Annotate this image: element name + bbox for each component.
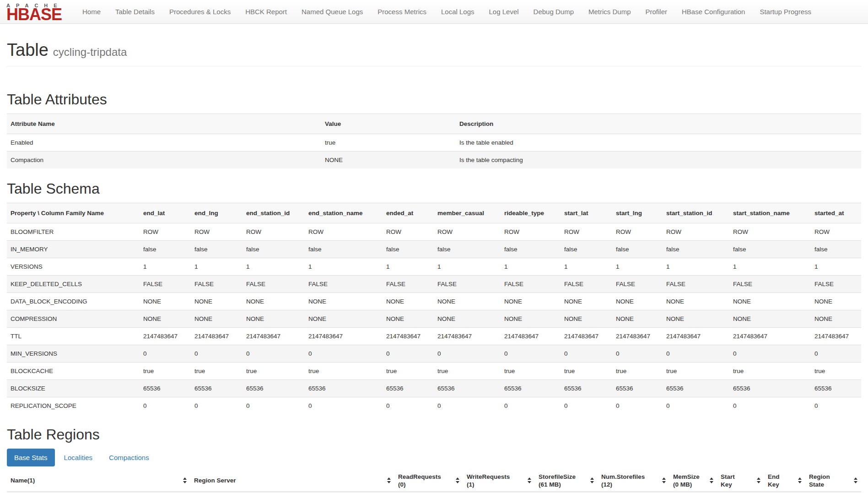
- sort-arrows-icon: [757, 477, 760, 483]
- schema-value-cell: NONE: [434, 293, 501, 310]
- schema-value-cell: NONE: [434, 310, 501, 327]
- nav-item: Startup Progress: [752, 8, 819, 16]
- schema-value-cell: false: [729, 240, 811, 258]
- schema-value-cell: FALSE: [729, 275, 811, 293]
- sort-up-icon: [387, 477, 391, 480]
- sort-arrows-icon: [710, 477, 713, 483]
- nav-item: Process Metrics: [370, 8, 434, 16]
- sort-arrows-icon: [183, 477, 187, 483]
- schema-value-cell: FALSE: [612, 275, 663, 293]
- schema-row-ttl: TTL2147483647214748364721474836472147483…: [7, 327, 861, 345]
- schema-value-cell: FALSE: [811, 275, 861, 293]
- main-nav: HomeTable DetailsProcedures & LocksHBCK …: [75, 8, 819, 16]
- regions-col-start-key[interactable]: Start Key: [717, 470, 764, 492]
- schema-value-cell: 0: [811, 345, 861, 362]
- sort-up-icon: [456, 477, 459, 480]
- regions-col-end-key[interactable]: End Key: [764, 470, 805, 492]
- tab-compactions[interactable]: Compactions: [102, 449, 156, 466]
- schema-value-cell: FALSE: [434, 275, 501, 293]
- schema-row-replication-scope: REPLICATION_SCOPE000000000000: [7, 397, 861, 414]
- nav-link-hbck-report[interactable]: HBCK Report: [238, 8, 294, 16]
- regions-col-writerequests-1[interactable]: WriteRequests (1): [463, 470, 535, 492]
- schema-col-start-station-name: start_station_name: [729, 203, 811, 223]
- sort-down-icon: [590, 481, 594, 483]
- schema-value-cell: 0: [305, 397, 383, 414]
- schema-value-cell: 0: [561, 345, 612, 362]
- schema-value-cell: 0: [140, 345, 191, 362]
- regions-col-readrequests-0[interactable]: ReadRequests (0): [394, 470, 463, 492]
- schema-value-cell: 2147483647: [729, 327, 811, 345]
- sort-up-icon: [528, 477, 531, 480]
- schema-value-cell: 1: [501, 258, 561, 275]
- nav-link-log-level[interactable]: Log Level: [482, 8, 526, 16]
- schema-value-cell: 0: [191, 397, 243, 414]
- page-header: Tablecycling-tripdata: [7, 41, 861, 66]
- nav-link-procedures-locks[interactable]: Procedures & Locks: [162, 8, 238, 16]
- tab-localities[interactable]: Localities: [57, 449, 100, 466]
- schema-value-cell: NONE: [140, 310, 191, 327]
- schema-value-cell: 2147483647: [305, 327, 383, 345]
- nav-link-metrics-dump[interactable]: Metrics Dump: [581, 8, 638, 16]
- schema-value-cell: 65536: [191, 379, 243, 397]
- nav-link-named-queue-logs[interactable]: Named Queue Logs: [294, 8, 370, 16]
- schema-property-cell: MIN_VERSIONS: [7, 345, 140, 362]
- sort-up-icon: [662, 477, 666, 480]
- schema-value-cell: 1: [383, 258, 434, 275]
- regions-col-label: Start Key: [721, 473, 735, 488]
- nav-item: HBCK Report: [238, 8, 294, 16]
- schema-value-cell: NONE: [811, 293, 861, 310]
- schema-row-compression: COMPRESSIONNONENONENONENONENONENONENONEN…: [7, 310, 861, 327]
- schema-value-cell: false: [612, 240, 663, 258]
- schema-row-in-memory: IN_MEMORYfalsefalsefalsefalsefalsefalsef…: [7, 240, 861, 258]
- nav-link-process-metrics[interactable]: Process Metrics: [370, 8, 434, 16]
- schema-value-cell: ROW: [243, 223, 305, 240]
- regions-col-label: StorefileSize (61 MB): [539, 473, 576, 488]
- schema-col-rideable-type: rideable_type: [501, 203, 561, 223]
- regions-col-storefilesize-61-mb[interactable]: StorefileSize (61 MB): [535, 470, 598, 492]
- schema-row-data-block-encoding: DATA_BLOCK_ENCODINGNONENONENONENONENONEN…: [7, 293, 861, 310]
- schema-value-cell: ROW: [305, 223, 383, 240]
- tab-base-stats[interactable]: Base Stats: [7, 449, 55, 466]
- regions-col-label: WriteRequests (1): [467, 473, 510, 488]
- schema-value-cell: FALSE: [561, 275, 612, 293]
- header-cell-content: Num.Storefiles (12): [601, 473, 666, 488]
- schema-value-cell: 0: [243, 345, 305, 362]
- region-name-cell: cycling-tripdata,,1719475156245.e95d0a13…: [7, 491, 190, 493]
- table-name: cycling-tripdata: [53, 46, 127, 58]
- regions-col-name-1[interactable]: Name(1): [7, 470, 190, 492]
- schema-col-ended-at: ended_at: [383, 203, 434, 223]
- schema-value-cell: NONE: [191, 293, 243, 310]
- nav-link-home[interactable]: Home: [75, 8, 108, 16]
- hbase-logo[interactable]: APACHE HBASE: [6, 3, 66, 21]
- nav-link-startup-progress[interactable]: Startup Progress: [752, 8, 819, 16]
- header-cell-content: Region State: [809, 473, 857, 488]
- nav-item: Profiler: [638, 8, 675, 16]
- schema-property-cell: IN_MEMORY: [7, 240, 140, 258]
- regions-col-region-server[interactable]: Region Server: [190, 470, 394, 492]
- regions-col-region-state[interactable]: Region State: [805, 470, 861, 492]
- regions-col-memsize-0-mb[interactable]: MemSize (0 MB): [669, 470, 717, 492]
- schema-value-cell: true: [434, 362, 501, 379]
- sort-down-icon: [183, 481, 187, 483]
- nav-link-hbase-configuration[interactable]: HBase Configuration: [674, 8, 752, 16]
- nav-link-profiler[interactable]: Profiler: [638, 8, 675, 16]
- schema-value-cell: 1: [811, 258, 861, 275]
- schema-value-cell: FALSE: [305, 275, 383, 293]
- schema-col-start-lat: start_lat: [561, 203, 612, 223]
- schema-value-cell: 0: [612, 345, 663, 362]
- tab-item: Compactions: [102, 449, 156, 466]
- schema-value-cell: NONE: [501, 310, 561, 327]
- schema-value-cell: 2147483647: [243, 327, 305, 345]
- nav-link-table-details[interactable]: Table Details: [108, 8, 162, 16]
- nav-link-local-logs[interactable]: Local Logs: [434, 8, 482, 16]
- write-requests-cell: 1: [463, 491, 535, 493]
- region-state-cell: OPEN: [805, 491, 861, 493]
- schema-row-min-versions: MIN_VERSIONS000000000000: [7, 345, 861, 362]
- schema-value-cell: FALSE: [501, 275, 561, 293]
- schema-value-cell: 0: [191, 345, 243, 362]
- regions-col-num-storefiles-12[interactable]: Num.Storefiles (12): [598, 470, 669, 492]
- nav-item: Metrics Dump: [581, 8, 638, 16]
- header-cell-content: Start Key: [721, 473, 760, 488]
- nav-link-debug-dump[interactable]: Debug Dump: [526, 8, 581, 16]
- schema-value-cell: 2147483647: [383, 327, 434, 345]
